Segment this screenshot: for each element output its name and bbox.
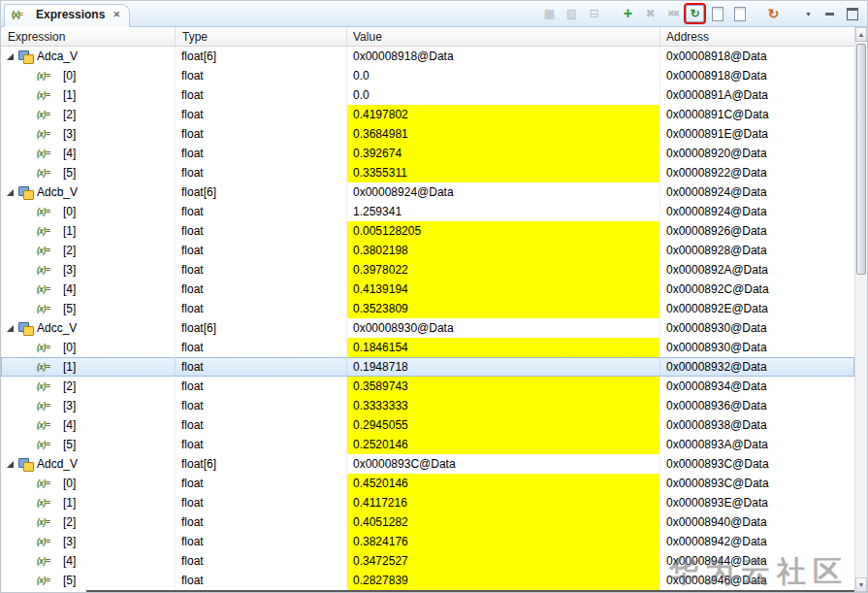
value-cell: 0.3589743 xyxy=(347,377,660,396)
table-row[interactable]: (x)= [2] float 0.3802198 0x00008928@Data xyxy=(1,241,854,260)
table-row[interactable]: (x)= [1] float 0.4117216 0x0000893E@Data xyxy=(1,493,854,512)
value-cell: 0x0000893C@Data xyxy=(347,454,660,474)
type-cell: float xyxy=(176,357,347,377)
expression-label: Adcd_V xyxy=(37,457,78,471)
address-cell: 0x00008942@Data xyxy=(660,532,854,551)
expression-cell: (x)= [3] xyxy=(1,532,176,551)
table-row[interactable]: Adcd_V float[6] 0x0000893C@Data 0x000089… xyxy=(1,454,854,474)
expressions-view-icon: (x)= xyxy=(12,9,31,21)
type-cell: float xyxy=(176,571,347,590)
type-cell: float xyxy=(176,299,347,318)
table-row[interactable]: (x)= [2] float 0.4051282 0x00008940@Data xyxy=(1,512,854,532)
expander-icon[interactable] xyxy=(7,52,15,60)
expander-icon[interactable] xyxy=(7,460,15,468)
value-cell: 0.4520146 xyxy=(347,474,660,493)
type-cell: float xyxy=(176,241,347,260)
type-cell: float xyxy=(176,221,347,241)
show-type-names-icon: ▦ xyxy=(540,5,559,22)
scroll-up-button[interactable]: ▲ xyxy=(855,27,867,42)
expression-label: [3] xyxy=(63,399,76,412)
value-cell: 0x00008924@Data xyxy=(347,182,660,202)
type-cell: float xyxy=(176,551,347,571)
address-cell: 0x00008924@Data xyxy=(660,182,854,202)
expression-cell: (x)= [0] xyxy=(1,202,176,221)
scroll-thumb[interactable] xyxy=(856,44,866,275)
address-cell: 0x0000891A@Data xyxy=(660,85,854,105)
table-row[interactable]: (x)= [4] float 0.392674 0x00008920@Data xyxy=(1,144,854,163)
type-cell: float xyxy=(176,512,347,532)
tab-expressions[interactable]: (x)= Expressions ✕ xyxy=(4,4,130,27)
tab-title: Expressions xyxy=(36,8,105,21)
table-row[interactable]: (x)= [5] float 0.2827839 0x00008946@Data xyxy=(1,571,854,590)
import-expressions-icon[interactable] xyxy=(730,5,749,22)
value-cell: 0.0 xyxy=(347,66,660,85)
view-content: Expression Type Value Address Adca_V flo… xyxy=(1,27,854,592)
table-row[interactable]: (x)= [3] float 0.3824176 0x00008942@Data xyxy=(1,532,854,551)
table-row[interactable]: Adcc_V float[6] 0x00008930@Data 0x000089… xyxy=(1,318,854,338)
expander-icon[interactable] xyxy=(7,324,15,332)
expression-cell: (x)= [3] xyxy=(1,260,176,280)
table-row[interactable]: (x)= [1] float 0.1948718 0x00008932@Data xyxy=(1,357,854,377)
type-cell: float xyxy=(176,144,347,163)
address-cell: 0x00008938@Data xyxy=(660,415,854,435)
column-header-type[interactable]: Type xyxy=(176,27,347,46)
table-row[interactable]: (x)= [3] float 0.3684981 0x0000891E@Data xyxy=(1,124,854,144)
value-cell: 0.4139194 xyxy=(347,280,660,299)
variable-icon: (x)= xyxy=(37,304,59,313)
expander-icon[interactable] xyxy=(7,188,15,196)
variable-icon xyxy=(18,322,33,335)
column-header-address[interactable]: Address xyxy=(660,27,854,46)
table-row[interactable]: Adca_V float[6] 0x00008918@Data 0x000089… xyxy=(1,47,854,66)
column-header-expression[interactable]: Expression xyxy=(1,27,176,46)
address-cell: 0x00008924@Data xyxy=(660,202,854,221)
value-cell: 0.3824176 xyxy=(347,532,660,551)
address-cell: 0x00008920@Data xyxy=(660,144,854,163)
type-cell: float xyxy=(176,396,347,415)
expression-cell: (x)= [4] xyxy=(1,280,176,299)
value-cell: 0.392674 xyxy=(347,144,660,163)
variable-icon: (x)= xyxy=(37,517,59,527)
scroll-down-button[interactable]: ▼ xyxy=(855,577,867,592)
refresh-icon[interactable]: ↻ xyxy=(764,5,783,22)
table-row[interactable]: Adcb_V float[6] 0x00008924@Data 0x000089… xyxy=(1,182,854,202)
variable-icon: (x)= xyxy=(37,420,59,430)
type-cell: float xyxy=(176,124,347,144)
table-row[interactable]: (x)= [4] float 0.3472527 0x00008944@Data xyxy=(1,551,854,571)
column-header-value[interactable]: Value xyxy=(347,27,660,46)
table-row[interactable]: (x)= [2] float 0.3589743 0x00008934@Data xyxy=(1,377,854,396)
table-row[interactable]: (x)= [3] float 0.3333333 0x00008936@Data xyxy=(1,396,854,415)
expression-label: [0] xyxy=(63,477,76,490)
view-toolbar: ▦▧⊟+✖✖✖↻↻▼ xyxy=(540,5,867,26)
maximize-icon[interactable] xyxy=(843,5,861,22)
vertical-scrollbar[interactable]: ▲ ▼ xyxy=(854,27,867,592)
table-row[interactable]: (x)= [4] float 0.2945055 0x00008938@Data xyxy=(1,415,854,435)
table-row[interactable]: (x)= [5] float 0.3355311 0x00008922@Data xyxy=(1,163,854,182)
toolbar-separator xyxy=(787,14,794,15)
value-cell: 0.4197802 xyxy=(347,105,660,124)
toolbar-separator xyxy=(607,14,615,15)
table-row[interactable]: (x)= [0] float 1.259341 0x00008924@Data xyxy=(1,202,854,221)
type-cell: float xyxy=(176,474,347,493)
continuous-refresh-icon[interactable]: ↻ xyxy=(686,5,704,22)
type-cell: float xyxy=(176,280,347,299)
table-row[interactable]: (x)= [5] float 0.2520146 0x0000893A@Data xyxy=(1,435,854,454)
variable-icon: (x)= xyxy=(37,401,59,411)
view-menu-icon[interactable]: ▼ xyxy=(798,5,817,22)
table-row[interactable]: (x)= [0] float 0.0 0x00008918@Data xyxy=(1,66,854,85)
tab-close-icon[interactable]: ✕ xyxy=(113,10,120,19)
type-cell: float xyxy=(176,338,347,357)
table-row[interactable]: (x)= [1] float 0.0 0x0000891A@Data xyxy=(1,85,854,105)
table-row[interactable]: (x)= [0] float 0.1846154 0x00008930@Data xyxy=(1,338,854,357)
table-row[interactable]: (x)= [1] float 0.005128205 0x00008926@Da… xyxy=(1,221,854,241)
value-cell: 0.2945055 xyxy=(347,415,660,435)
table-row[interactable]: (x)= [4] float 0.4139194 0x0000892C@Data xyxy=(1,280,854,299)
table-row[interactable]: (x)= [3] float 0.3978022 0x0000892A@Data xyxy=(1,260,854,280)
add-expression-icon[interactable]: + xyxy=(619,5,637,22)
minimize-icon[interactable] xyxy=(820,5,839,22)
export-expressions-icon[interactable] xyxy=(708,5,726,22)
table-row[interactable]: (x)= [5] float 0.3523809 0x0000892E@Data xyxy=(1,299,854,318)
table-row[interactable]: (x)= [0] float 0.4520146 0x0000893C@Data xyxy=(1,474,854,493)
table-row[interactable]: (x)= [2] float 0.4197802 0x0000891C@Data xyxy=(1,105,854,124)
expression-label: [2] xyxy=(63,108,76,121)
value-cell: 0.005128205 xyxy=(347,221,660,241)
